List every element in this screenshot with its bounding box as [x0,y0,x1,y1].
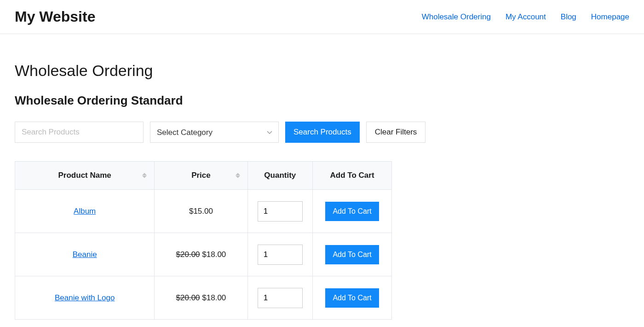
main-nav: Wholesale Ordering My Account Blog Homep… [422,12,629,22]
nav-blog[interactable]: Blog [561,12,576,22]
header-label: Price [191,171,211,180]
page-title: Wholesale Ordering [15,62,629,80]
section-title: Wholesale Ordering Standard [15,93,629,108]
site-header: My Website Wholesale Ordering My Account… [0,0,644,34]
original-price: $20.00 [176,250,200,259]
clear-filters-button[interactable]: Clear Filters [366,122,426,143]
price-cell: $20.00 $18.00 [155,276,247,320]
price: $18.00 [202,250,226,259]
nav-wholesale[interactable]: Wholesale Ordering [422,12,491,22]
search-input[interactable] [15,122,144,143]
price: $18.00 [202,293,226,302]
sort-icon [236,173,240,178]
header-label: Product Name [58,171,111,180]
table-row: Album $15.00 Add To Cart [15,190,392,233]
price-cell: $20.00 $18.00 [155,233,247,276]
product-link[interactable]: Album [74,207,96,216]
table-row: Beanie with Logo $20.00 $18.00 Add To Ca… [15,276,392,320]
price-cell: $15.00 [155,190,247,233]
nav-homepage[interactable]: Homepage [591,12,629,22]
quantity-input[interactable] [258,245,303,265]
add-to-cart-button[interactable]: Add To Cart [325,288,379,308]
header-product-name[interactable]: Product Name [15,162,155,190]
price: $15.00 [189,207,213,216]
add-to-cart-button[interactable]: Add To Cart [325,245,379,264]
original-price: $20.00 [176,293,200,302]
quantity-input[interactable] [258,288,303,308]
sort-icon [142,173,147,178]
header-quantity: Quantity [247,162,313,190]
search-button[interactable]: Search Products [285,122,360,143]
product-link[interactable]: Beanie with Logo [55,293,115,302]
category-select-wrapper: Select Category [150,122,279,143]
header-label: Quantity [264,171,296,180]
header-price[interactable]: Price [155,162,247,190]
product-link[interactable]: Beanie [73,250,97,259]
header-add-to-cart: Add To Cart [313,162,392,190]
table-row: Beanie $20.00 $18.00 Add To Cart [15,233,392,276]
category-select[interactable]: Select Category [150,122,279,143]
table-body: Album $15.00 Add To Cart Beanie $20.00 $… [15,190,392,320]
header-label: Add To Cart [330,171,374,180]
filter-row: Select Category Search Products Clear Fi… [15,122,629,143]
products-table: Product Name Price Quantity [15,161,392,320]
add-to-cart-button[interactable]: Add To Cart [325,202,379,221]
quantity-input[interactable] [258,201,303,222]
nav-my-account[interactable]: My Account [506,12,546,22]
table-header-row: Product Name Price Quantity [15,162,392,190]
site-title: My Website [15,8,95,25]
main-content: Wholesale Ordering Wholesale Ordering St… [0,34,644,327]
